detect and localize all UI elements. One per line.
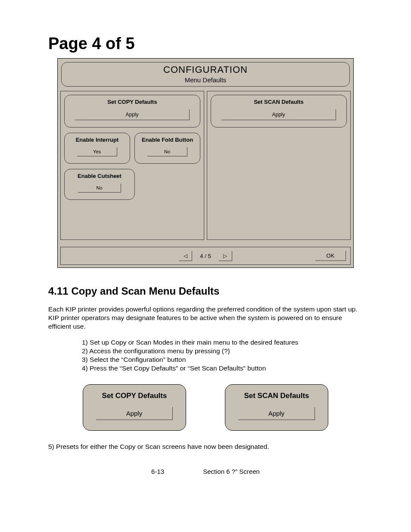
list-item: 1) Set up Copy or Scan Modes in their ma…	[82, 339, 363, 346]
page-footer: 6-13 Section 6 ?” Screen	[48, 468, 363, 475]
enable-interrupt-toggle[interactable]: Yes	[77, 147, 117, 156]
left-column: Set COPY Defaults Apply Enable Interrupt…	[60, 91, 204, 240]
right-column: Set SCAN Defaults Apply	[207, 91, 351, 240]
list-item: 2) Access the configurations menu by pre…	[82, 347, 363, 355]
ok-button[interactable]: OK	[315, 251, 346, 261]
enable-cutsheet-label: Enable Cutsheet	[69, 173, 130, 179]
section-heading: 4.11 Copy and Scan Menu Defaults	[48, 285, 363, 297]
panel-title: CONFIGURATION	[62, 64, 349, 75]
prev-page-button[interactable]: ◁	[179, 251, 192, 261]
set-copy-defaults-group: Set COPY Defaults Apply	[64, 95, 200, 128]
set-scan-defaults-group: Set SCAN Defaults Apply	[211, 95, 347, 128]
big-set-scan-apply-button[interactable]: Apply	[238, 407, 315, 420]
enable-fold-label: Enable Fold Button	[139, 137, 196, 143]
enable-cutsheet-toggle[interactable]: No	[78, 184, 121, 193]
panel-subtitle: Menu Defaults	[62, 76, 349, 84]
step-5-text: 5) Presets for either the Copy or Scan s…	[48, 443, 363, 451]
set-copy-apply-button[interactable]: Apply	[75, 109, 190, 120]
intro-paragraph: Each KIP printer provides powerful optio…	[48, 305, 363, 331]
list-item: 4) Press the “Set Copy Defaults” or “Set…	[82, 364, 363, 372]
set-copy-label: Set COPY Defaults	[69, 99, 196, 105]
enable-interrupt-group: Enable Interrupt Yes	[64, 133, 130, 164]
set-scan-apply-button[interactable]: Apply	[221, 109, 336, 120]
next-page-button[interactable]: ▷	[219, 251, 232, 261]
enable-fold-toggle[interactable]: No	[147, 147, 187, 156]
set-scan-label: Set SCAN Defaults	[215, 99, 342, 105]
panel-header: CONFIGURATION Menu Defaults	[61, 62, 350, 87]
list-item: 3) Select the “Configuration” button	[82, 356, 363, 364]
page-heading: Page 4 of 5	[48, 34, 363, 53]
enable-fold-group: Enable Fold Button No	[134, 133, 200, 164]
footer-page-number: 6-13	[151, 468, 164, 475]
big-set-scan-label: Set SCAN Defaults	[232, 392, 321, 400]
big-set-copy-box: Set COPY Defaults Apply	[83, 384, 186, 431]
enable-interrupt-label: Enable Interrupt	[69, 137, 125, 143]
big-set-copy-label: Set COPY Defaults	[90, 392, 179, 400]
big-set-copy-apply-button[interactable]: Apply	[96, 407, 173, 420]
footer-section-label: Section 6 ?” Screen	[203, 468, 260, 475]
page-indicator: 4 / 5	[200, 253, 211, 259]
enable-cutsheet-group: Enable Cutsheet No	[64, 169, 135, 200]
configuration-panel: CONFIGURATION Menu Defaults Set COPY Def…	[57, 58, 354, 268]
nav-bar: ◁ 4 / 5 ▷ OK	[60, 247, 351, 265]
big-set-scan-box: Set SCAN Defaults Apply	[225, 384, 328, 431]
steps-list: 1) Set up Copy or Scan Modes in their ma…	[48, 339, 363, 372]
